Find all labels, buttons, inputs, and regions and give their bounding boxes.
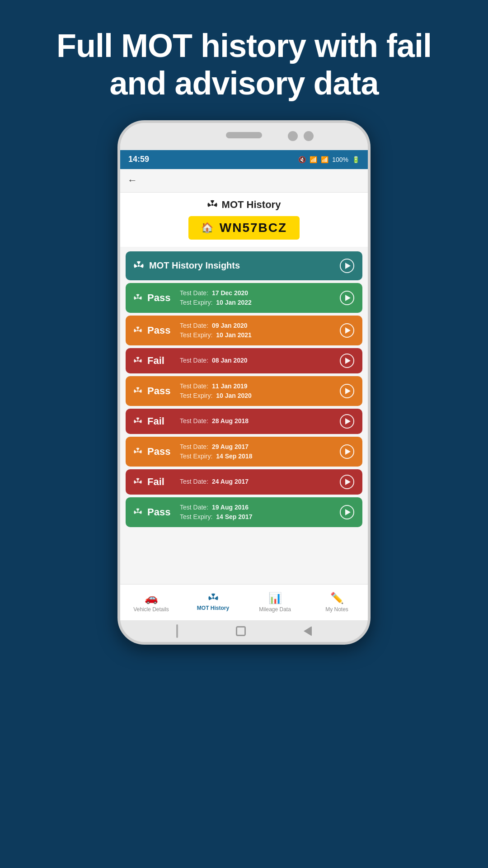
test-date-label-5: Test Date: — [180, 442, 210, 452]
mot-rad-icon-4 — [134, 417, 142, 425]
status-bar: 14:59 🔇 📶 📶 100% 🔋 — [120, 150, 368, 169]
mot-dates-2: Test Date: 08 Jan 2020 — [180, 356, 248, 365]
insights-label: MOT History Insights — [149, 260, 240, 271]
play-btn-7[interactable] — [340, 505, 354, 519]
mot-row-0[interactable]: Pass Test Date: 17 Dec 2020Test Expiry: … — [126, 283, 362, 313]
expiry-label-1: Test Expiry: — [180, 330, 214, 340]
mot-row-left-1: Pass Test Date: 09 Jan 2020Test Expiry: … — [134, 321, 252, 340]
mot-status-0: Pass — [147, 292, 174, 304]
mileage-icon: 📊 — [268, 592, 282, 604]
insights-card[interactable]: MOT History Insights — [126, 251, 362, 280]
mot-status-2: Fail — [147, 355, 174, 367]
mot-list: Pass Test Date: 17 Dec 2020Test Expiry: … — [126, 283, 362, 527]
play-btn-6[interactable] — [340, 475, 354, 489]
play-btn-5[interactable] — [340, 444, 354, 459]
test-date-val-7: 19 Aug 2016 — [212, 503, 249, 512]
mot-status-7: Pass — [147, 506, 174, 518]
play-btn-2[interactable] — [340, 354, 354, 368]
play-triangle-2 — [345, 358, 351, 364]
test-date-val-1: 09 Jan 2020 — [212, 321, 248, 330]
mot-row-1[interactable]: Pass Test Date: 09 Jan 2020Test Expiry: … — [126, 316, 362, 345]
mot-row-left-4: Fail Test Date: 28 Aug 2018 — [134, 415, 249, 427]
signal-icon: 📶 — [321, 156, 328, 163]
play-triangle-3 — [345, 388, 351, 394]
play-triangle-4 — [345, 418, 351, 425]
expiry-val-3: 10 Jan 2020 — [216, 391, 252, 401]
mot-status-3: Pass — [147, 385, 174, 397]
expiry-label-7: Test Expiry: — [180, 512, 214, 522]
mot-row-left-7: Pass Test Date: 19 Aug 2016Test Expiry: … — [134, 503, 252, 522]
test-date-val-6: 24 Aug 2017 — [212, 477, 249, 486]
play-btn-1[interactable] — [340, 323, 354, 338]
phone-camera — [288, 131, 298, 141]
mot-row-2[interactable]: Fail Test Date: 08 Jan 2020 — [126, 348, 362, 373]
mot-dates-6: Test Date: 24 Aug 2017 — [180, 477, 249, 486]
mot-status-1: Pass — [147, 325, 174, 336]
phone-back-btn — [176, 624, 178, 638]
mot-row-left-2: Fail Test Date: 08 Jan 2020 — [134, 355, 248, 367]
play-triangle-1 — [345, 327, 351, 334]
hero-text: Full MOT history with fail and advisory … — [0, 0, 488, 120]
svg-point-4 — [137, 360, 139, 362]
nav-item-vehicle[interactable]: 🚗 Vehicle Details — [120, 592, 182, 613]
svg-point-1 — [138, 264, 140, 266]
test-date-label-7: Test Date: — [180, 503, 210, 512]
expiry-label-3: Test Expiry: — [180, 391, 214, 401]
nav-item-mileage[interactable]: 📊 Mileage Data — [244, 592, 306, 613]
mot-dates-7: Test Date: 19 Aug 2016Test Expiry: 14 Se… — [180, 503, 252, 522]
phone-home-btn — [236, 626, 246, 636]
expiry-val-5: 14 Sep 2018 — [216, 452, 252, 461]
mot-rad-icon-1 — [134, 326, 142, 335]
insights-play-btn[interactable] — [340, 259, 354, 273]
phone-bottom — [120, 620, 368, 642]
svg-point-8 — [137, 481, 139, 483]
mot-rad-icon-5 — [134, 448, 142, 456]
mot-dates-5: Test Date: 29 Aug 2017Test Expiry: 14 Se… — [180, 442, 252, 461]
nav-item-mot[interactable]: MOT History — [182, 593, 244, 611]
back-button[interactable]: ← — [127, 175, 137, 186]
nav-bar: ← — [120, 169, 368, 193]
expiry-label-0: Test Expiry: — [180, 298, 214, 307]
mot-rad-icon-3 — [134, 387, 142, 395]
screen-title: MOT History — [207, 199, 281, 211]
mot-dates-1: Test Date: 09 Jan 2020Test Expiry: 10 Ja… — [180, 321, 252, 340]
expiry-val-1: 10 Jan 2021 — [216, 330, 252, 340]
insights-play-triangle — [345, 263, 351, 269]
expiry-val-0: 10 Jan 2022 — [216, 298, 252, 307]
licence-plate: 🏠 WN57BCZ — [188, 216, 300, 240]
battery-icon: 🔋 — [352, 156, 360, 163]
play-btn-0[interactable] — [340, 291, 354, 305]
vehicle-label: Vehicle Details — [133, 606, 169, 613]
mot-row-5[interactable]: Pass Test Date: 29 Aug 2017Test Expiry: … — [126, 437, 362, 467]
test-date-label-4: Test Date: — [180, 416, 210, 426]
mot-status-5: Pass — [147, 446, 174, 458]
nav-item-notes[interactable]: ✏️ My Notes — [306, 592, 368, 613]
test-date-val-4: 28 Aug 2018 — [212, 416, 249, 426]
mot-row-left-3: Pass Test Date: 11 Jan 2019Test Expiry: … — [134, 382, 252, 401]
play-btn-3[interactable] — [340, 384, 354, 398]
mot-rad-icon-0 — [134, 294, 142, 302]
mot-status-6: Fail — [147, 476, 174, 488]
mot-row-3[interactable]: Pass Test Date: 11 Jan 2019Test Expiry: … — [126, 376, 362, 406]
test-date-label-2: Test Date: — [180, 356, 210, 365]
test-date-val-3: 11 Jan 2019 — [212, 382, 248, 391]
svg-point-2 — [137, 297, 139, 299]
plate-number: WN57BCZ — [220, 221, 287, 235]
mot-row-left-6: Fail Test Date: 24 Aug 2017 — [134, 476, 249, 488]
mot-rad-icon-7 — [134, 508, 142, 516]
phone-speaker — [226, 132, 262, 138]
mot-row-4[interactable]: Fail Test Date: 28 Aug 2018 — [126, 409, 362, 434]
mot-row-6[interactable]: Fail Test Date: 24 Aug 2017 — [126, 469, 362, 495]
play-triangle-0 — [345, 295, 351, 301]
vehicle-icon: 🚗 — [145, 592, 158, 604]
insights-radioactive-icon — [134, 261, 144, 271]
phone-frame: 14:59 🔇 📶 📶 100% 🔋 ← — [117, 120, 371, 645]
play-triangle-7 — [345, 509, 351, 515]
play-btn-4[interactable] — [340, 414, 354, 429]
play-triangle-5 — [345, 448, 351, 455]
mot-row-7[interactable]: Pass Test Date: 19 Aug 2016Test Expiry: … — [126, 497, 362, 527]
svg-point-5 — [137, 390, 139, 392]
expiry-label-5: Test Expiry: — [180, 452, 214, 461]
wifi-icon: 📶 — [310, 156, 317, 163]
insights-left: MOT History Insights — [134, 260, 240, 271]
